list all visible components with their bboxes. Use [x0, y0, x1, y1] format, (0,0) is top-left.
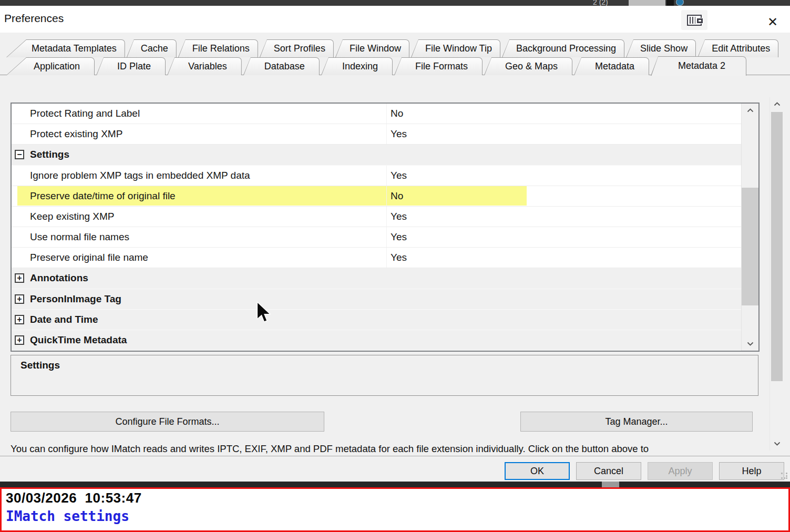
setting-label: Preserve original file name: [12, 252, 386, 263]
tab-label: Variables: [167, 57, 242, 75]
tab-label: Geo & Maps: [484, 57, 572, 75]
setting-row-preserve-date-time-of-original-file[interactable]: Preserve date/time of original fileNo: [12, 186, 741, 207]
setting-value[interactable]: Yes: [386, 166, 741, 186]
page-scrollbar-thumb[interactable]: [771, 112, 783, 381]
info-badge-icon: [676, 0, 684, 6]
tab-file-window[interactable]: File Window: [335, 39, 409, 57]
mouse-cursor-icon: [256, 301, 272, 328]
page-scroll-down-icon[interactable]: [770, 438, 784, 449]
tab-label: Sort Profiles: [260, 39, 334, 57]
setting-label: PersonInImage Tag: [24, 293, 121, 305]
tab-row-2: ApplicationID PlateVariablesDatabaseInde…: [6, 57, 748, 75]
tab-label: File Relations: [178, 39, 258, 57]
tab-slide-show[interactable]: Slide Show: [626, 39, 696, 57]
tab-label: Edit Attributes: [697, 39, 778, 57]
setting-row-ignore-problem-xmp-tags-in-embedded-xmp-data[interactable]: Ignore problem XMP tags in embedded XMP …: [12, 166, 741, 186]
tab-label: Cache: [127, 39, 177, 57]
tab-metadata-2[interactable]: Metadata 2: [651, 56, 746, 76]
setting-value[interactable]: No: [386, 104, 741, 124]
group-row-personinimage-tag[interactable]: +PersonInImage Tag: [12, 289, 741, 310]
expander-plus-icon[interactable]: +: [15, 315, 24, 324]
tab-cache[interactable]: Cache: [127, 39, 177, 57]
group-row-date-and-time[interactable]: +Date and Time: [12, 310, 741, 330]
tab-indexing[interactable]: Indexing: [321, 57, 393, 75]
close-button[interactable]: ✕: [761, 13, 784, 32]
setting-label: Protect Rating and Label: [12, 108, 386, 119]
ok-button[interactable]: OK: [505, 462, 570, 480]
background-fragment-2: [602, 482, 619, 487]
grid-scroll-up-icon[interactable]: [742, 105, 758, 116]
tab-label: Database: [243, 57, 320, 75]
tab-label: ID Plate: [96, 57, 166, 75]
tab-database[interactable]: Database: [243, 57, 320, 75]
tab-label: Indexing: [321, 57, 393, 75]
setting-value[interactable]: No: [386, 186, 741, 206]
tag-manager-button[interactable]: Tag Manager...: [520, 412, 753, 432]
tab-background-processing[interactable]: Background Processing: [502, 39, 624, 57]
setting-value[interactable]: Yes: [386, 227, 741, 247]
annotation-status-panel: 30/03/2026 10:53:47 IMatch settings: [0, 487, 790, 532]
page-help-text: You can configure how IMatch reads and w…: [11, 443, 767, 456]
page-scrollbar[interactable]: [770, 97, 784, 451]
tab-label: Slide Show: [626, 39, 696, 57]
expander-minus-icon[interactable]: −: [15, 150, 24, 159]
setting-label: QuickTime Metadata: [24, 334, 127, 346]
grid-scrollbar-thumb[interactable]: [742, 188, 758, 305]
setting-value[interactable]: Yes: [386, 207, 741, 227]
setting-row-protect-existing-xmp[interactable]: Protect existing XMPYes: [12, 124, 741, 145]
background-app-strip: 2 (2): [0, 0, 790, 6]
tab-row-1: Metadata TemplatesCacheFile RelationsSor…: [6, 39, 780, 57]
grid-scrollbar[interactable]: [741, 104, 758, 351]
background-count-text: 2 (2): [593, 0, 608, 6]
setting-value[interactable]: Yes: [386, 248, 741, 268]
tab-sort-profiles[interactable]: Sort Profiles: [260, 39, 334, 57]
page-scroll-up-icon[interactable]: [770, 98, 784, 110]
setting-row-protect-rating-and-label[interactable]: Protect Rating and LabelNo: [12, 104, 741, 124]
background-fragment-dark: [666, 0, 674, 6]
setting-row-use-normal-file-names[interactable]: Use normal file namesYes: [12, 227, 741, 248]
preferences-tabstrip: Metadata TemplatesCacheFile RelationsSor…: [0, 33, 790, 75]
tab-geo-maps[interactable]: Geo & Maps: [484, 57, 572, 75]
background-fragment: [629, 0, 665, 6]
tab-file-window-tip[interactable]: File Window Tip: [411, 39, 500, 57]
tab-label: File Window Tip: [411, 39, 500, 57]
tab-id-plate[interactable]: ID Plate: [96, 57, 166, 75]
tab-file-formats[interactable]: File Formats: [394, 57, 483, 75]
setting-row-keep-existing-xmp[interactable]: Keep existing XMPYes: [12, 207, 741, 227]
setting-value[interactable]: Yes: [386, 124, 741, 144]
metadata2-tab-page: Protect Rating and LabelNoProtect existi…: [0, 75, 790, 456]
window-panel-icon: [687, 15, 702, 26]
tab-label: File Window: [335, 39, 409, 57]
configure-file-formats-button[interactable]: Configure File Formats...: [11, 412, 324, 432]
tab-metadata-templates[interactable]: Metadata Templates: [6, 39, 125, 57]
group-row-annotations[interactable]: +Annotations: [12, 268, 741, 289]
setting-label: Preserve date/time of original file: [12, 190, 386, 202]
context-help-button[interactable]: [681, 10, 707, 30]
tab-file-relations[interactable]: File Relations: [178, 39, 258, 57]
setting-description-box: Settings: [11, 355, 758, 396]
help-button[interactable]: Help: [719, 462, 784, 480]
expander-plus-icon[interactable]: +: [15, 294, 24, 304]
settings-grid: Protect Rating and LabelNoProtect existi…: [11, 103, 760, 352]
setting-label: Date and Time: [24, 314, 98, 325]
dialog-footer: OKCancelApplyHelp: [0, 456, 790, 482]
tab-edit-attributes[interactable]: Edit Attributes: [697, 39, 778, 57]
group-row-quicktime-metadata[interactable]: +QuickTime Metadata: [12, 330, 741, 351]
tab-label: File Formats: [394, 57, 483, 75]
dialog-title: Preferences: [4, 12, 64, 25]
setting-row-preserve-original-file-name[interactable]: Preserve original file nameYes: [12, 248, 741, 268]
resize-grip-icon[interactable]: [781, 473, 788, 480]
group-row-settings[interactable]: −Settings: [12, 145, 741, 165]
apply-button: Apply: [648, 462, 713, 480]
expander-plus-icon[interactable]: +: [15, 335, 24, 345]
cancel-button[interactable]: Cancel: [576, 462, 641, 480]
tab-label: Application: [6, 57, 95, 75]
grid-scroll-down-icon[interactable]: [742, 338, 758, 350]
tab-variables[interactable]: Variables: [167, 57, 242, 75]
background-dark-strip: [0, 482, 790, 487]
close-icon: ✕: [767, 15, 778, 29]
tab-application[interactable]: Application: [6, 57, 95, 75]
settings-grid-rows: Protect Rating and LabelNoProtect existi…: [12, 104, 741, 351]
expander-plus-icon[interactable]: +: [15, 273, 24, 283]
tab-metadata[interactable]: Metadata: [574, 57, 649, 75]
